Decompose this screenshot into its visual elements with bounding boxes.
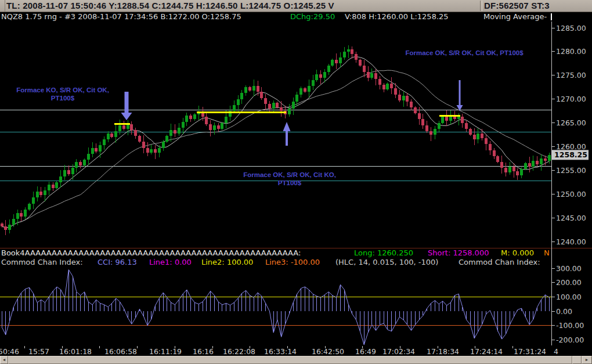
annotation-line1: Formace KO, S/R OK, Cit OK, — [6, 86, 120, 94]
titlebar-divider — [480, 1, 482, 11]
time-tick — [212, 346, 213, 348]
candle-body — [304, 88, 306, 92]
candle-body — [264, 98, 267, 104]
trade-arrow-up[interactable] — [283, 122, 291, 146]
candle-body — [16, 213, 19, 219]
time-label: 4 — [554, 347, 558, 356]
candle-body — [8, 225, 11, 229]
candle-body — [496, 156, 499, 162]
cci-line3-value: Line3: -100.00 — [265, 258, 320, 266]
time-tick — [99, 346, 100, 348]
chart-annotation-2[interactable]: Formace OK, S/R OK, Cit OK, PT100$ — [392, 49, 536, 57]
time-label: 17:18:34 — [427, 347, 459, 356]
candle-body — [374, 73, 377, 79]
candle-body — [331, 60, 334, 66]
candle-body — [67, 170, 70, 174]
cci-study-line: Commod Chan Index:CCI: 96.13Line1: 0.00L… — [0, 258, 592, 267]
price-axis-label: 1255.00 — [556, 166, 586, 175]
cci-axis-label: -100.00 — [556, 321, 584, 330]
candle-body — [339, 57, 342, 63]
time-tick — [137, 346, 138, 348]
horizontal-scrollbar[interactable]: ◄ ► — [0, 356, 592, 364]
time-label: 17:31:24 — [514, 347, 546, 356]
candle-body — [319, 74, 322, 78]
candle-body — [79, 162, 82, 165]
candle-body — [1, 224, 3, 226]
candle-body — [32, 197, 35, 203]
candle-body — [315, 74, 318, 80]
candle-body — [512, 167, 515, 171]
candle-body — [359, 60, 362, 66]
candle-body — [91, 148, 94, 154]
trade-arrow-down[interactable] — [121, 92, 132, 120]
candle-body — [504, 168, 507, 172]
chart-annotation-3[interactable]: Formace OK, S/R OK, Cit KO,PT100$ — [230, 171, 349, 187]
scrollbar-grip-button[interactable] — [572, 356, 582, 364]
candle-body — [347, 49, 350, 52]
trade-arrow-down[interactable] — [457, 80, 463, 111]
candle-body — [532, 161, 535, 167]
candle-body — [308, 86, 311, 92]
symbol-and-bar-info: NQZ8 1.75 rng - #3 2008-11-07 17:34:56 B… — [1, 12, 241, 21]
candle-body — [276, 103, 279, 107]
candle-body — [402, 96, 405, 100]
candle-body — [312, 80, 315, 86]
candle-body — [524, 163, 527, 169]
scroll-left-button[interactable]: ◄ — [0, 356, 8, 364]
titlebar-feed-status: DF:562507 ST:3 — [484, 1, 550, 10]
candle-body — [130, 124, 133, 130]
candle-body — [489, 144, 492, 150]
candle-body — [477, 134, 479, 139]
candle-body — [110, 134, 113, 137]
candle-body — [367, 72, 370, 78]
book-study-line: Book4AAAAAAAAAAAAAAAAAAAAAAAAAAAAAAAAAAA… — [0, 248, 592, 258]
time-tick — [400, 346, 400, 348]
time-label: 50:46 — [0, 347, 19, 356]
candle-body — [248, 87, 251, 91]
candle-body — [99, 145, 102, 151]
scrollbar-thumb[interactable] — [8, 356, 572, 364]
candle-body — [295, 95, 298, 102]
volume-high-low-values: V:808 H:1260.00 L:1258.25 — [345, 12, 449, 21]
candle-body — [508, 167, 511, 172]
candle-body — [257, 86, 259, 92]
window-titlebar[interactable]: TL: 2008-11-07 15:50:46 Y:1288.54 C:1244… — [0, 0, 592, 12]
candle-body — [182, 122, 185, 128]
candle-body — [174, 130, 176, 134]
time-label: 16:22:08 — [223, 347, 255, 356]
text-cursor — [551, 13, 552, 20]
chart-annotation-1[interactable]: Formace KO, S/R OK, Cit OK,PT100$ — [6, 86, 120, 102]
candle-body — [528, 163, 531, 167]
candle-body — [189, 116, 192, 119]
candle-body — [548, 155, 551, 161]
candle-body — [473, 135, 476, 139]
cci-value: CCI: 96.13 — [98, 258, 137, 266]
price-axis-label: 1240.00 — [556, 237, 586, 246]
titlebar-trade-status: TL: 2008-11-07 15:50:46 Y:1288.54 C:1244… — [6, 1, 334, 10]
candle-body — [20, 213, 23, 217]
candle-body — [169, 130, 172, 136]
candle-body — [386, 84, 389, 89]
candle-body — [485, 138, 488, 144]
candle-body — [185, 116, 188, 121]
long-value: Long: 1260.250 — [354, 248, 413, 257]
candle-body — [351, 49, 353, 54]
time-tick — [512, 346, 513, 348]
chart-info-line: NQZ8 1.75 rng - #3 2008-11-07 17:34:56 B… — [0, 12, 592, 21]
cci-study-label-right: Commod Chan Index: — [459, 258, 540, 266]
cci-study-label: Commod Chan Index: — [1, 258, 83, 266]
candle-body — [288, 109, 291, 114]
candle-body — [24, 210, 27, 217]
candle-body — [55, 182, 58, 188]
candle-body — [107, 134, 110, 139]
short-value: Short: 1258.000 — [428, 248, 489, 257]
candle-body — [493, 150, 496, 156]
scroll-right-button[interactable]: ► — [582, 356, 592, 364]
titlebar-grip — [0, 0, 5, 12]
candle-body — [299, 88, 302, 94]
time-tick — [24, 346, 25, 348]
price-axis-label: 1250.00 — [556, 190, 586, 199]
annotation-line1: Formace OK, S/R OK, Cit KO, — [230, 171, 349, 179]
candle-body — [114, 131, 117, 137]
candle-body — [63, 170, 66, 176]
